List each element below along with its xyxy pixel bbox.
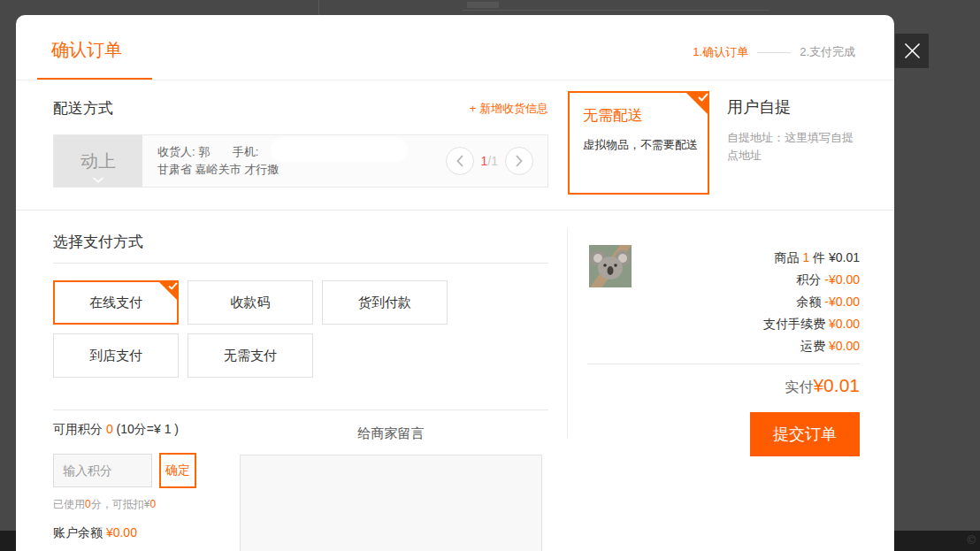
fee-row-label: 支付手续费 (763, 317, 825, 331)
delivery-option-pickup-card[interactable]: 用户自提 自提地址：这里填写自提点地址 (727, 96, 877, 165)
total-line: 实付¥0.01 (587, 375, 860, 397)
merchant-message-textarea[interactable] (240, 455, 542, 551)
address-page-total: /1 (487, 154, 498, 168)
delivery-option-no-shipping-card[interactable]: 无需配送 虚拟物品，不需要配送 (568, 91, 709, 195)
points-section-divider (53, 409, 548, 410)
submit-order-button[interactable]: 提交订单 (750, 412, 860, 456)
step-connector (757, 52, 791, 53)
points-row-label: 积分 (796, 272, 821, 287)
payment-methods-row-1: 在线支付 收款码 货到付款 (53, 280, 548, 325)
points-confirm-button[interactable]: 确定 (159, 453, 196, 488)
address-info: 收货人: 郭 手机: 甘肃省 嘉峪关市 才行撒 (157, 143, 279, 179)
check-icon (168, 282, 178, 290)
order-summary: 商品 1 件 ¥0.01 积分 -¥0.00 余额 -¥0.00 支付手续费 ¥… (587, 229, 860, 456)
points-deduct-value: 0 (149, 498, 156, 510)
payment-none-label: 无需支付 (224, 348, 277, 364)
account-balance-line: 账户余额 ¥0.00 (53, 525, 256, 541)
points-prefix: 可用积分 (53, 422, 103, 436)
product-qty: 1 (802, 250, 809, 264)
product-suffix: 件 ¥0.01 (813, 250, 860, 264)
add-address-link[interactable]: + 新增收货信息 (470, 101, 548, 117)
points-input-row: 确定 (53, 453, 256, 488)
payment-methods-row-2: 到店支付 无需支付 (53, 333, 548, 378)
payment-heading-divider (53, 263, 548, 264)
points-used-mid: 分，可抵扣¥ (91, 498, 150, 510)
payment-qrcode-label: 收款码 (231, 295, 271, 311)
delivery-section-header: 配送方式 + 新增收货信息 (53, 98, 548, 119)
pickup-option-desc: 自提地址：这里填写自提点地址 (727, 129, 856, 165)
payment-qrcode-button[interactable]: 收款码 (188, 280, 313, 325)
chevron-left-icon (456, 155, 463, 167)
background-page-remnant (467, 2, 499, 8)
fee-row: 支付手续费 ¥0.00 (587, 313, 860, 335)
copyright-glyph: © (967, 533, 976, 547)
next-address-button[interactable] (505, 147, 533, 175)
balance-row-value: -¥0.00 (824, 295, 860, 309)
total-label: 实付 (785, 379, 813, 394)
payment-section: 选择支付方式 在线支付 收款码 货到付款 (53, 232, 548, 378)
page-background: © 确认订单 1.确认订单 2.支付完成 配送方式 + 新增收货信息 动上 (0, 0, 980, 551)
selected-corner-badge (685, 91, 709, 116)
payment-online-label: 在线支付 (89, 295, 142, 311)
phone-number-redaction (271, 138, 408, 162)
points-section: 可用积分 0 (10分=¥ 1 ) 确定 已使用0分，可抵扣¥0 账户余额 ¥0… (53, 422, 256, 541)
address-tag: 动上 (54, 135, 142, 187)
address-page-indicator: 1/1 (481, 154, 498, 168)
pickup-option-title: 用户自提 (727, 96, 877, 118)
selected-corner-badge (157, 280, 179, 302)
header-divider (16, 80, 894, 80)
close-icon (904, 42, 921, 59)
shipping-row: 运费 ¥0.00 (587, 335, 860, 357)
modal-title: 确认订单 (51, 38, 122, 62)
points-input[interactable] (53, 454, 152, 487)
address-region: 甘肃省 嘉峪关市 才行撒 (157, 161, 279, 179)
payment-heading: 选择支付方式 (53, 232, 548, 252)
payment-online-button[interactable]: 在线支付 (53, 280, 179, 325)
available-points-line: 可用积分 0 (10分=¥ 1 ) (53, 422, 256, 438)
check-icon (698, 93, 708, 102)
payment-cod-button[interactable]: 货到付款 (322, 280, 448, 325)
balance-label: 账户余额 (53, 525, 103, 540)
payment-instore-button[interactable]: 到店支付 (53, 333, 179, 378)
address-phone-label: 手机: (233, 145, 259, 158)
balance-value: ¥0.00 (106, 525, 137, 540)
points-used-value: 0 (85, 498, 91, 510)
payment-none-button[interactable]: 无需支付 (188, 333, 313, 378)
points-used-prefix: 已使用 (53, 498, 85, 510)
prev-address-button[interactable] (446, 147, 474, 175)
balance-row-label: 余额 (796, 295, 821, 309)
summary-divider (587, 364, 860, 364)
address-card[interactable]: 动上 收货人: 郭 手机: 甘肃省 嘉峪关市 才行撒 1/ (53, 134, 548, 187)
points-row-value: -¥0.00 (824, 272, 860, 287)
checkout-steps: 1.确认订单 2.支付完成 (693, 44, 855, 60)
balance-row: 余额 -¥0.00 (587, 291, 860, 313)
chevron-down-icon (93, 177, 104, 183)
summary-vertical-divider (567, 228, 568, 438)
total-value: ¥0.01 (813, 375, 860, 395)
section-divider (16, 210, 894, 210)
delivery-heading: 配送方式 (53, 98, 113, 119)
merchant-message-label: 给商家留言 (240, 425, 542, 442)
points-used-line: 已使用0分，可抵扣¥0 (53, 497, 256, 512)
background-divider-vertical (318, 0, 319, 15)
step-payment-complete: 2.支付完成 (800, 44, 855, 60)
shipping-row-value: ¥0.00 (829, 339, 860, 353)
background-divider-horizontal (463, 10, 769, 11)
chevron-right-icon (516, 155, 523, 167)
shipping-row-label: 运费 (800, 339, 825, 353)
points-rate: (10分=¥ 1 ) (117, 422, 179, 436)
product-prefix: 商品 (774, 250, 799, 264)
address-receiver: 收货人: 郭 (157, 145, 210, 158)
points-available-value: 0 (106, 422, 113, 436)
confirm-order-modal: 确认订单 1.确认订单 2.支付完成 配送方式 + 新增收货信息 动上 收货人:… (16, 15, 894, 551)
payment-cod-label: 货到付款 (358, 295, 411, 311)
payment-instore-label: 到店支付 (89, 348, 142, 364)
close-button[interactable] (895, 34, 929, 68)
address-tag-label: 动上 (80, 149, 116, 173)
delivery-option-desc: 虚拟物品，不需要配送 (583, 137, 708, 153)
step-confirm-order: 1.确认订单 (693, 44, 748, 60)
address-pagination: 1/1 (446, 147, 533, 175)
koala-product-image (589, 245, 632, 287)
merchant-message-section: 给商家留言 (240, 425, 542, 551)
fee-row-value: ¥0.00 (829, 317, 860, 331)
